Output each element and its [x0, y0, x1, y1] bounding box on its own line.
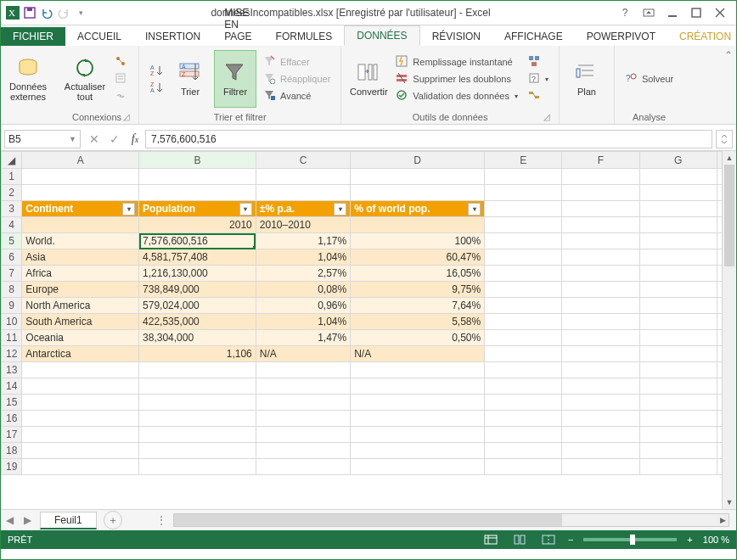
cell[interactable]: 1,106	[139, 346, 256, 362]
tab-formulas[interactable]: FORMULES	[264, 27, 345, 46]
scroll-down-icon[interactable]: ▼	[723, 496, 736, 509]
undo-icon[interactable]	[40, 6, 53, 20]
col-D-header[interactable]: D	[351, 152, 485, 169]
help-icon[interactable]: ?	[617, 5, 633, 20]
row-header[interactable]: 13	[2, 362, 22, 378]
external-data-button[interactable]: Données externes	[8, 51, 48, 107]
cell[interactable]: 1,04%	[256, 314, 350, 330]
scroll-right-icon[interactable]: ▶	[717, 514, 729, 526]
table-header[interactable]: Population▾	[139, 201, 256, 217]
cell[interactable]: N/A	[256, 346, 350, 362]
row-header[interactable]: 6	[2, 249, 22, 266]
row-header[interactable]: 15	[2, 395, 22, 411]
save-icon[interactable]	[23, 6, 37, 20]
cell[interactable]: World.	[22, 233, 139, 249]
connections-button[interactable]	[111, 53, 132, 70]
name-box-dropdown-icon[interactable]: ▼	[69, 135, 76, 143]
row-header[interactable]: 3	[2, 201, 22, 217]
formula-input[interactable]: 7,576,600,516	[145, 130, 712, 148]
tab-powerpivot[interactable]: POWERPIVOT	[575, 27, 667, 46]
row-header[interactable]: 19	[2, 459, 22, 475]
zoom-knob[interactable]	[630, 535, 635, 545]
name-box[interactable]: B5 ▼	[4, 130, 81, 148]
cell[interactable]: Africa	[22, 266, 139, 282]
connections-launcher-icon[interactable]: ◿	[121, 112, 132, 122]
split-handle-icon[interactable]: ⋮	[156, 514, 166, 526]
tab-data[interactable]: DONNÉES	[344, 25, 419, 46]
cell[interactable]: 0,08%	[256, 282, 350, 298]
whatif-button[interactable]: ?▾	[525, 70, 552, 87]
sheet-nav-prev-icon[interactable]: ◀	[1, 514, 19, 526]
reapply-button[interactable]: Réappliquer	[260, 70, 334, 87]
cell[interactable]: Oceania	[22, 330, 139, 346]
cell[interactable]: 1,216,130,000	[139, 266, 256, 282]
horizontal-scrollbar[interactable]: ◀ ▶	[173, 513, 729, 527]
row-header[interactable]: 7	[2, 266, 22, 282]
zoom-slider[interactable]	[583, 538, 677, 541]
cell[interactable]: 100%	[351, 233, 485, 249]
convert-button[interactable]: Convertir	[348, 51, 389, 107]
cell[interactable]: 579,024,000	[139, 298, 256, 314]
insert-function-icon[interactable]: fx	[125, 132, 145, 146]
sort-asc-button[interactable]: AZ	[146, 62, 166, 79]
view-page-break-icon[interactable]	[539, 533, 558, 546]
cell-selected[interactable]: 7,576,600,516	[139, 233, 256, 249]
col-A-header[interactable]: A	[22, 152, 139, 169]
collapse-ribbon-icon[interactable]: ⌃	[724, 49, 733, 61]
cell[interactable]: Asia	[22, 249, 139, 266]
row-header[interactable]: 4	[2, 217, 22, 233]
tab-creation[interactable]: CRÉATION	[667, 27, 737, 46]
filter-dropdown-icon[interactable]: ▾	[334, 203, 346, 216]
data-tools-launcher-icon[interactable]: ◿	[542, 112, 552, 122]
relationships-button[interactable]	[525, 87, 552, 104]
tab-review[interactable]: RÉVISION	[420, 27, 492, 46]
row-header[interactable]: 12	[2, 346, 22, 362]
view-normal-icon[interactable]	[481, 533, 500, 546]
zoom-level[interactable]: 100 %	[703, 535, 729, 545]
vertical-scrollbar[interactable]: ▲ ▼	[722, 151, 736, 509]
cell[interactable]: 5,58%	[351, 314, 485, 330]
cell[interactable]: 1,47%	[256, 330, 350, 346]
minimize-icon[interactable]	[665, 5, 680, 20]
cell[interactable]: 2,57%	[256, 266, 350, 282]
solver-button[interactable]: ?Solveur	[622, 70, 677, 87]
cell[interactable]: 60,47%	[351, 249, 485, 266]
cell[interactable]: 2010	[139, 217, 256, 233]
maximize-icon[interactable]	[689, 5, 704, 20]
outline-button[interactable]: Plan	[566, 51, 607, 107]
tab-file[interactable]: FICHIER	[1, 27, 65, 46]
cell[interactable]: 4,581,757,408	[139, 249, 256, 266]
zoom-in-button[interactable]: +	[687, 535, 692, 545]
ribbon-display-icon[interactable]	[641, 5, 656, 20]
col-C-header[interactable]: C	[256, 152, 350, 169]
cell[interactable]: N/A	[351, 346, 485, 362]
row-header[interactable]: 16	[2, 411, 22, 427]
close-icon[interactable]	[712, 5, 728, 20]
row-header[interactable]: 9	[2, 298, 22, 314]
qat-customize-icon[interactable]: ▾	[74, 6, 87, 20]
col-E-header[interactable]: E	[485, 152, 562, 169]
cell[interactable]: 0,50%	[351, 330, 485, 346]
zoom-out-button[interactable]: −	[568, 535, 573, 545]
row-header[interactable]: 18	[2, 443, 22, 459]
col-G-header[interactable]: G	[639, 152, 717, 169]
view-page-layout-icon[interactable]	[510, 533, 529, 546]
table-header[interactable]: Continent▾	[22, 201, 139, 217]
tab-insert[interactable]: INSERTION	[133, 27, 212, 46]
filter-dropdown-icon[interactable]: ▾	[122, 203, 135, 216]
row-header[interactable]: 5	[2, 233, 22, 249]
redo-icon[interactable]	[57, 6, 70, 20]
cell[interactable]: 1,17%	[256, 233, 350, 249]
cell[interactable]: 16,05%	[351, 266, 485, 282]
filter-dropdown-icon[interactable]: ▾	[239, 203, 252, 216]
edit-links-button[interactable]	[111, 87, 132, 104]
row-header[interactable]: 8	[2, 282, 22, 298]
cell[interactable]: North America	[22, 298, 139, 314]
table-header[interactable]: % of world pop.▾	[351, 201, 485, 217]
cell[interactable]: 422,535,000	[139, 314, 256, 330]
cell[interactable]: South America	[22, 314, 139, 330]
[


s-button[interactable]: Filtrer	[214, 50, 256, 108]
remove-duplicates-button[interactable]: Supprimer les doublons	[392, 70, 521, 87]
properties-button[interactable]	[111, 70, 132, 87]
tab-view[interactable]: AFFICHAGE	[492, 27, 575, 46]
